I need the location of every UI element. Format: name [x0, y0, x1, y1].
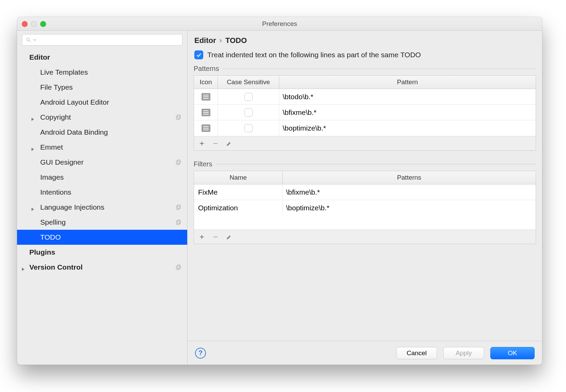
sidebar-item[interactable]: File Types [17, 80, 187, 95]
svg-line-1 [29, 41, 30, 42]
filter-name-cell[interactable]: Optimization [194, 200, 283, 216]
filter-name: FixMe [198, 188, 218, 196]
filters-remove-button[interactable] [212, 234, 219, 240]
patterns-col-pattern: Pattern [279, 76, 536, 89]
pattern-text-cell[interactable]: \btodo\b.* [279, 89, 536, 104]
treat-indented-checkbox[interactable] [194, 50, 203, 59]
sidebar-item-label: Images [40, 173, 64, 181]
minimize-window-button[interactable] [31, 21, 37, 27]
filters-title-label: Filters [194, 160, 212, 168]
sidebar-item[interactable]: Android Layout Editor [17, 95, 187, 110]
case-sensitive-checkbox[interactable] [244, 93, 253, 101]
svg-rect-10 [177, 265, 180, 269]
sidebar-item[interactable]: Live Templates [17, 65, 187, 80]
cancel-button[interactable]: Cancel [396, 347, 437, 359]
pattern-case-cell[interactable] [218, 89, 279, 104]
filters-toolbar [194, 229, 536, 244]
sidebar-item[interactable]: TODO [17, 230, 187, 245]
case-sensitive-checkbox[interactable] [244, 108, 253, 117]
patterns-table: Icon Case Sensitive Pattern \btodo\b.*\b… [194, 75, 536, 151]
sidebar-item-label: TODO [40, 233, 61, 241]
filters-edit-button[interactable] [226, 234, 232, 240]
svg-rect-11 [176, 266, 179, 270]
pattern-text: \bfixme\b.* [283, 108, 316, 117]
search-input[interactable] [39, 36, 179, 44]
treat-indented-option[interactable]: Treat indented text on the following lin… [194, 49, 536, 60]
patterns-toolbar [194, 136, 536, 150]
sidebar-item[interactable]: Images [17, 170, 187, 185]
sidebar-item-label: Version Control [29, 263, 83, 271]
filter-name-cell[interactable]: FixMe [194, 184, 283, 200]
content-pane: Editor › TODO Treat indented text on the… [188, 31, 542, 365]
sidebar-item[interactable]: Copyright [17, 110, 187, 125]
sidebar-item-label: Language Injections [40, 203, 104, 211]
help-button[interactable]: ? [195, 348, 206, 359]
filters-row[interactable]: Optimization\boptimize\b.* [194, 200, 536, 216]
expand-arrow-icon [31, 145, 35, 150]
filters-table: Name Patterns FixMe\bfixme\b.*Optimizati… [194, 171, 536, 244]
apply-button[interactable]: Apply [443, 347, 484, 359]
filters-add-button[interactable] [199, 234, 205, 240]
svg-rect-5 [176, 161, 179, 165]
search-field[interactable] [22, 34, 182, 46]
divider [223, 69, 536, 69]
sidebar-item[interactable]: Intentions [17, 185, 187, 200]
svg-rect-9 [176, 221, 179, 225]
sidebar-item[interactable]: Emmet [17, 140, 187, 155]
filters-section-title: Filters [194, 158, 536, 168]
sidebar-item[interactable]: Android Data Binding [17, 125, 187, 140]
patterns-col-case: Case Sensitive [218, 76, 279, 89]
pattern-text-cell[interactable]: \bfixme\b.* [279, 105, 536, 120]
sidebar-item[interactable]: Spelling [17, 215, 187, 230]
pattern-case-cell[interactable] [218, 105, 279, 120]
sidebar-item[interactable]: GUI Designer [17, 155, 187, 170]
expand-arrow-icon [21, 265, 26, 270]
zoom-window-button[interactable] [40, 21, 46, 27]
pattern-icon-cell [194, 120, 218, 136]
filter-patterns: \bfixme\b.* [286, 188, 320, 196]
sidebar-item-label: Android Data Binding [40, 128, 108, 136]
svg-rect-7 [176, 206, 179, 210]
close-window-button[interactable] [22, 21, 28, 27]
sidebar-item[interactable]: Language Injections [17, 200, 187, 215]
chevron-down-icon [33, 38, 36, 42]
copy-scope-icon [176, 264, 182, 270]
case-sensitive-checkbox[interactable] [244, 124, 253, 132]
filter-patterns-cell[interactable]: \bfixme\b.* [283, 184, 536, 200]
sidebar-item[interactable]: Version Control [17, 260, 187, 275]
sidebar-item-label: Intentions [40, 188, 71, 196]
preferences-window: Preferences EditorLive TemplatesFile Typ… [17, 17, 542, 365]
patterns-title-label: Patterns [194, 65, 219, 73]
sidebar-item-label: Spelling [40, 218, 66, 226]
divider [216, 164, 536, 164]
sidebar-item-label: Copyright [40, 113, 71, 121]
sidebar-item-label: Plugins [29, 248, 55, 256]
sidebar-item-label: Editor [29, 53, 50, 61]
patterns-edit-button[interactable] [226, 140, 232, 147]
titlebar: Preferences [17, 17, 542, 31]
filters-row[interactable]: FixMe\bfixme\b.* [194, 184, 536, 200]
patterns-row[interactable]: \boptimize\b.* [194, 120, 536, 136]
sidebar-item[interactable]: Editor [17, 50, 187, 65]
sidebar: EditorLive TemplatesFile TypesAndroid La… [17, 31, 188, 365]
svg-point-0 [27, 38, 29, 41]
pattern-text: \btodo\b.* [283, 93, 313, 101]
patterns-add-button[interactable] [199, 140, 205, 147]
pattern-text-cell[interactable]: \boptimize\b.* [279, 120, 536, 136]
sidebar-item-label: Emmet [40, 143, 63, 151]
copy-scope-icon [176, 204, 182, 210]
pattern-case-cell[interactable] [218, 120, 279, 136]
filter-name: Optimization [198, 204, 238, 212]
window-controls [22, 21, 46, 27]
patterns-remove-button[interactable] [212, 140, 219, 147]
todo-icon [202, 124, 210, 132]
ok-button[interactable]: OK [490, 347, 535, 359]
sidebar-item-label: GUI Designer [40, 158, 84, 166]
patterns-row[interactable]: \bfixme\b.* [194, 105, 536, 120]
svg-rect-8 [177, 220, 180, 224]
sidebar-item[interactable]: Plugins [17, 245, 187, 260]
filter-patterns-cell[interactable]: \boptimize\b.* [283, 200, 536, 216]
pattern-icon-cell [194, 105, 218, 120]
patterns-row[interactable]: \btodo\b.* [194, 89, 536, 105]
svg-rect-6 [177, 205, 180, 209]
